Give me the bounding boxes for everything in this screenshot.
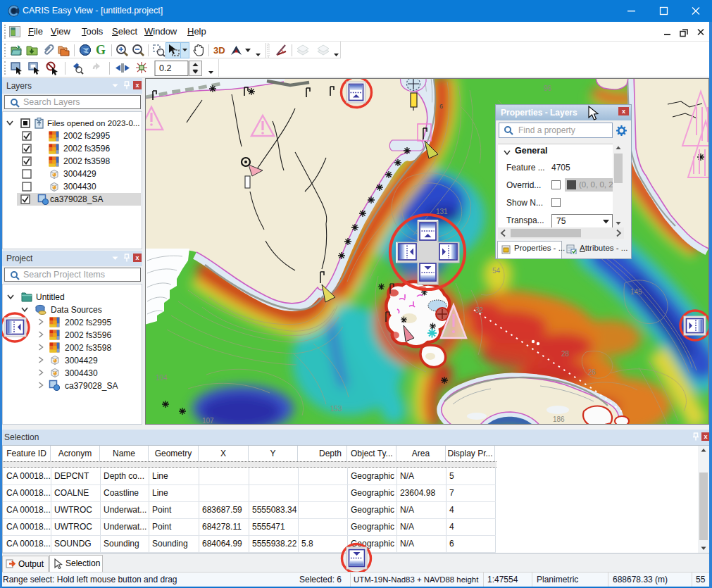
svg-text:G: G xyxy=(96,43,106,57)
svg-text:96: 96 xyxy=(544,85,552,92)
svg-text:3D: 3D xyxy=(213,45,225,56)
svg-text:26: 26 xyxy=(588,368,597,376)
svg-text:186: 186 xyxy=(553,415,565,423)
svg-text:104: 104 xyxy=(156,374,168,382)
svg-text:153: 153 xyxy=(330,405,342,413)
svg-text:107: 107 xyxy=(202,417,214,424)
svg-text:0.2: 0.2 xyxy=(159,63,171,73)
svg-text:6: 6 xyxy=(439,103,443,110)
svg-text:54: 54 xyxy=(492,267,501,275)
svg-text:28: 28 xyxy=(561,350,570,358)
svg-text:131: 131 xyxy=(436,208,448,215)
svg-text:145: 145 xyxy=(630,288,642,296)
svg-text:32: 32 xyxy=(475,306,484,314)
